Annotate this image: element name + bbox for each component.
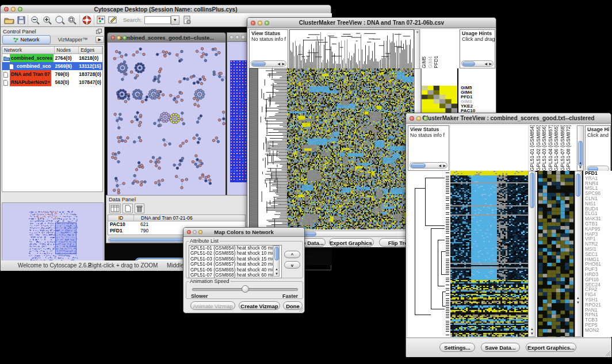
zoom-button[interactable] — [198, 230, 202, 234]
column-label[interactable]: GPL51-02 (GSM855) — [536, 125, 542, 171]
search-dropdown-button[interactable]: ▼ — [171, 16, 179, 25]
zoom-button[interactable] — [265, 21, 269, 25]
document-icon — [3, 72, 9, 77]
close-button[interactable] — [4, 7, 9, 12]
zoom-out-icon[interactable] — [30, 16, 40, 25]
view-status-scrollbar[interactable]: ◀▶ — [410, 162, 447, 168]
zoom-button[interactable] — [123, 36, 127, 40]
tab-vizmapper[interactable]: VizMapper™ — [51, 37, 95, 43]
network-row[interactable]: combined_sco2569(6)13112(15) — [2, 62, 102, 70]
attribute-item[interactable]: GPL51-07 (GSM868) heat shock 60 min — [190, 273, 281, 278]
animate-vizmap-button[interactable]: Animate Vizmap — [190, 301, 235, 310]
column-labels-scrollbar[interactable]: ▲▼ — [577, 125, 584, 171]
float-panel-icon[interactable] — [96, 29, 102, 34]
column-label[interactable]: GIM4 — [427, 56, 434, 68]
column-label[interactable]: GPL51-06 (GSM865) — [553, 125, 560, 171]
column-label[interactable]: GIM5 — [421, 56, 427, 68]
delete-attribute-icon[interactable] — [135, 204, 144, 213]
new-attribute-icon[interactable] — [123, 204, 133, 213]
zoom-button[interactable] — [241, 35, 245, 39]
column-header-attr[interactable]: DNA and Tran 07-21-06 — [134, 215, 193, 221]
open-session-icon[interactable] — [4, 16, 14, 24]
column-label[interactable]: GPL51-03 (GSM856) — [541, 125, 548, 171]
close-button[interactable] — [111, 36, 115, 40]
annotation-icon[interactable] — [108, 16, 117, 24]
usage-hints-scrollbar[interactable]: ◀▶ — [461, 60, 494, 67]
network-overview-canvas[interactable] — [2, 203, 103, 265]
column-label[interactable]: GPL51-01 (GSM854) — [529, 125, 536, 171]
zoom-fit-icon[interactable] — [55, 16, 66, 25]
heatmap-zoomed[interactable] — [537, 171, 575, 337]
column-labels-rotated[interactable]: GPL51-01 (GSM854)GPL51-02 (GSM855)GPL51-… — [529, 125, 576, 172]
save-data-button[interactable]: Save Data... — [481, 343, 520, 352]
attribute-select-icon[interactable] — [109, 204, 121, 213]
column-tree-scrollbar[interactable]: ✳ — [414, 29, 420, 70]
gene-label[interactable]: MON2 — [585, 328, 612, 333]
window-controls[interactable] — [4, 7, 22, 12]
network-view-titlebar[interactable]: combined_scores_good.txt--cluste... — [108, 33, 225, 43]
minimize-button[interactable] — [11, 7, 16, 12]
network-row[interactable]: RNAPuberNov2+563(0)107847(0) — [2, 78, 102, 86]
column-label[interactable]: GPL51-04 (GSM857) — [548, 125, 554, 171]
column-label[interactable]: PFD1 — [433, 56, 439, 68]
move-up-button[interactable]: ^ — [284, 251, 300, 258]
tab-network[interactable]: Network — [2, 35, 51, 44]
speed-slider-thumb[interactable] — [242, 285, 249, 293]
zoom-button[interactable] — [423, 116, 428, 121]
dialog-titlebar[interactable]: Map Colors to Network — [183, 228, 304, 237]
close-button[interactable] — [230, 35, 234, 39]
treeview-dna-titlebar[interactable]: ClusterMaker TreeView : DNA and Tran 07-… — [247, 18, 496, 28]
column-label[interactable]: GPL51-07 (GSM868) — [560, 125, 566, 171]
save-session-icon[interactable] — [17, 16, 25, 24]
gene-list-scrollbar[interactable]: ▲▼ — [575, 171, 582, 337]
vizmapper-icon[interactable] — [97, 16, 105, 24]
row-dendrogram[interactable] — [408, 171, 450, 337]
resize-grip[interactable] — [298, 306, 304, 312]
network-row[interactable]: DNA and Tran 07769(0)183728(0) — [2, 70, 102, 78]
selected-cluster-matrix[interactable] — [422, 86, 457, 113]
column-header-nodes[interactable]: Nodes — [55, 47, 79, 53]
minimize-button[interactable] — [193, 230, 197, 234]
column-label[interactable]: GPL51-08 (GSM872) — [565, 125, 572, 171]
attribute-list-scrollbar[interactable]: ▲▼ — [273, 246, 280, 277]
heatmap-vscrollbar[interactable]: ▲▼ — [528, 171, 536, 337]
close-button[interactable] — [251, 21, 255, 25]
network-row[interactable]: combined_scores2764(0)16218(0) — [2, 54, 102, 62]
treeview-combined-titlebar[interactable]: ClusterMaker TreeView : combined_scores_… — [406, 113, 611, 124]
view-status-scrollbar[interactable]: ◀▶ — [251, 60, 286, 67]
settings-button[interactable]: Settings... — [439, 343, 475, 352]
export-graphics-button[interactable]: Export Graphics... — [526, 343, 576, 352]
minimize-button[interactable] — [258, 21, 262, 25]
help-lifesaver-icon[interactable] — [82, 16, 91, 25]
move-down-button[interactable]: v — [284, 261, 300, 269]
heatmap-main[interactable] — [450, 171, 528, 337]
row-dendrogram[interactable] — [258, 68, 287, 229]
column-header-network[interactable]: Network — [2, 47, 55, 53]
column-labels-rotated[interactable]: GIM5GIM4PFD1GIM3YKE2PAC10 — [421, 29, 441, 70]
create-vizmap-button[interactable]: Create Vizmap — [239, 301, 280, 310]
network-overview-panel[interactable] — [2, 202, 104, 266]
network-view-canvas[interactable] — [108, 43, 225, 219]
column-header-id[interactable]: ID — [108, 215, 134, 221]
heatmap-main[interactable] — [287, 68, 414, 229]
tab-overflow-button[interactable]: ▶ — [95, 36, 104, 43]
minimize-button[interactable] — [416, 116, 421, 121]
zoom-in-icon[interactable] — [43, 16, 52, 25]
main-titlebar[interactable]: Cytoscape Desktop (Session Name: collins… — [1, 5, 331, 14]
selected-gene-labels[interactable]: GIM5GIM4PFD1GIM3YKE2PAC10 — [461, 86, 475, 113]
close-button[interactable] — [410, 116, 414, 121]
minimize-button[interactable] — [235, 35, 239, 39]
close-button[interactable] — [187, 230, 191, 234]
search-options-icon[interactable] — [183, 16, 192, 25]
column-dendrogram-area[interactable] — [450, 125, 528, 172]
search-input[interactable] — [144, 16, 171, 24]
column-header-edges[interactable]: Edges — [79, 47, 102, 53]
column-dendrogram[interactable] — [289, 29, 414, 70]
attribute-list[interactable]: GPL51-01 (GSM854) heat shock 05 minGPL51… — [189, 245, 282, 278]
gene-labels[interactable]: PFD1YRA1RNR4MSL1SPC98CLN1NIS1BUD4ELG1MAK… — [583, 171, 612, 333]
resize-grip[interactable] — [604, 350, 611, 357]
zoom-button[interactable] — [18, 7, 22, 12]
zoom-selected-icon[interactable] — [67, 16, 77, 25]
minimize-button[interactable] — [117, 36, 121, 40]
export-graphics-button[interactable]: Export Graphics... — [329, 238, 374, 247]
